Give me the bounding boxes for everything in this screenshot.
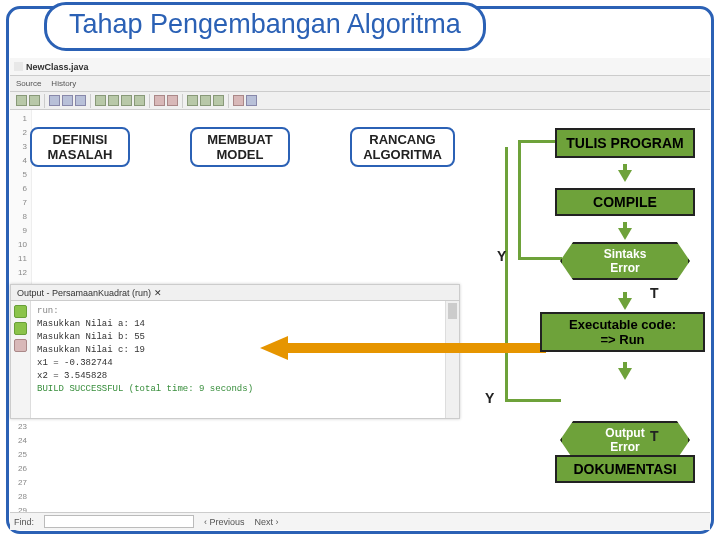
scrollbar-thumb[interactable]: [448, 303, 457, 319]
flow-rancang: RANCANG ALGORITMA: [350, 127, 455, 167]
label-t: T: [650, 285, 659, 301]
console-line: Masukkan Nilai b: 55: [37, 332, 145, 342]
flow-exec: Executable code: => Run: [540, 312, 705, 352]
tab-icon: [14, 62, 23, 71]
console-line: x2 = 3.545828: [37, 371, 107, 381]
arrow-down-icon: [618, 298, 632, 310]
output-console[interactable]: run: Masukkan Nilai a: 14 Masukkan Nilai…: [31, 301, 445, 418]
flow-sintaks-error: Sintaks Error: [560, 242, 690, 280]
label-y: Y: [485, 390, 494, 406]
flow-definisi: DEFINISI MASALAH: [30, 127, 130, 167]
connector: [518, 140, 558, 143]
arrow-down-icon: [618, 170, 632, 182]
toolbar-sep: [149, 94, 150, 108]
toolbar-sep: [182, 94, 183, 108]
connector: [505, 399, 561, 402]
toolbar-sep: [44, 94, 45, 108]
toolbar-icon[interactable]: [95, 95, 106, 106]
toolbar-icon[interactable]: [121, 95, 132, 106]
arrow-down-icon: [618, 228, 632, 240]
find-bar: Find: ‹ Previous Next ›: [10, 512, 710, 530]
sub-tabs: Source History: [10, 76, 710, 92]
scrollbar[interactable]: [445, 301, 459, 418]
toolbar-icon[interactable]: [246, 95, 257, 106]
toolbar-icon[interactable]: [154, 95, 165, 106]
toolbar-icon[interactable]: [49, 95, 60, 106]
stop-button-icon[interactable]: [14, 339, 27, 352]
tab-source[interactable]: Source: [16, 79, 41, 88]
toolbar-icon[interactable]: [167, 95, 178, 106]
rerun-button-icon[interactable]: [14, 322, 27, 335]
flow-compile: COMPILE: [555, 188, 695, 216]
console-line: x1 = -0.382744: [37, 358, 113, 368]
connector: [505, 147, 508, 402]
output-title: Output - PersamaanKuadrat (run) ✕: [11, 285, 459, 301]
connector: [518, 140, 521, 260]
run-button-icon[interactable]: [14, 305, 27, 318]
flow-output-error: Output Error: [560, 421, 690, 459]
flow-tulis: TULIS PROGRAM: [555, 128, 695, 158]
slide-title: Tahap Pengembangan Algoritma: [44, 2, 486, 51]
toolbar-icon[interactable]: [62, 95, 73, 106]
label-y: Y: [497, 248, 506, 264]
toolbar-icon[interactable]: [29, 95, 40, 106]
toolbar-sep: [228, 94, 229, 108]
toolbar-icon[interactable]: [187, 95, 198, 106]
toolbar-icon[interactable]: [75, 95, 86, 106]
toolbar-sep: [90, 94, 91, 108]
file-tabs: NewClass.java: [10, 58, 710, 76]
toolbar-icon[interactable]: [200, 95, 211, 106]
console-line: Masukkan Nilai a: 14: [37, 319, 145, 329]
output-sidebar: [11, 301, 31, 418]
flow-membuat: MEMBUAT MODEL: [190, 127, 290, 167]
connector: [518, 257, 562, 260]
file-tab-label[interactable]: NewClass.java: [26, 62, 89, 72]
find-next[interactable]: Next ›: [255, 517, 279, 527]
console-line: run:: [37, 306, 59, 316]
find-prev[interactable]: ‹ Previous: [204, 517, 245, 527]
toolbar-icon[interactable]: [108, 95, 119, 106]
find-input[interactable]: [44, 515, 194, 528]
console-line: BUILD SUCCESSFUL (total time: 9 seconds): [37, 384, 253, 394]
arrow-down-icon: [618, 368, 632, 380]
console-line: Masukkan Nilai c: 19: [37, 345, 145, 355]
toolbar-icon[interactable]: [134, 95, 145, 106]
find-label: Find:: [14, 517, 34, 527]
label-t: T: [650, 428, 659, 444]
tab-history[interactable]: History: [51, 79, 76, 88]
flow-dokumentasi: DOKUMENTASI: [555, 455, 695, 483]
toolbar-icon[interactable]: [213, 95, 224, 106]
stop-icon[interactable]: [233, 95, 244, 106]
toolbar-icon[interactable]: [16, 95, 27, 106]
editor-toolbar: [10, 92, 710, 110]
